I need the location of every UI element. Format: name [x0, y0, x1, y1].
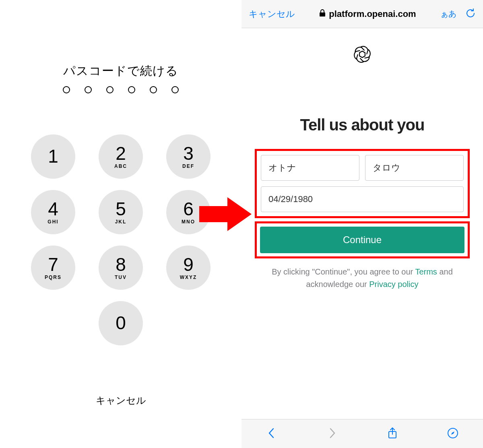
- safari-signup-screen: キャンセル platform.openai.com ぁあ: [242, 0, 483, 448]
- share-button[interactable]: [386, 427, 398, 441]
- passcode-dot: [150, 86, 157, 93]
- passcode-dot: [171, 86, 179, 93]
- keypad-digit: 3: [183, 144, 194, 163]
- privacy-link[interactable]: Privacy policy: [369, 280, 418, 289]
- lock-icon: [319, 9, 326, 19]
- keypad-key-0[interactable]: 0: [99, 301, 143, 345]
- keypad-letters: WXYZ: [180, 275, 197, 280]
- openai-logo: [242, 44, 483, 64]
- form-title: Tell us about you: [242, 116, 483, 134]
- keypad-letters: TUV: [115, 275, 127, 280]
- keypad-key-9[interactable]: 9 WXYZ: [166, 246, 211, 290]
- highlight-continue: Continue: [255, 221, 470, 258]
- keypad-digit: 1: [48, 147, 58, 165]
- svg-marker-0: [199, 197, 252, 231]
- reader-button[interactable]: ぁあ: [440, 8, 456, 19]
- safari-domain: platform.openai.com: [329, 9, 416, 19]
- keypad-digit: 9: [183, 255, 194, 274]
- svg-marker-5: [451, 431, 454, 435]
- dob-field[interactable]: 04/29/1980: [261, 186, 464, 212]
- keypad-digit: 6: [183, 200, 194, 218]
- keypad-spacer: [31, 301, 75, 345]
- keypad-digit: 5: [116, 200, 126, 218]
- numeric-keypad: 1 2 ABC 3 DEF 4 GHI 5 JKL 6 MNO: [0, 134, 242, 345]
- keypad-digit: 4: [48, 200, 58, 218]
- keypad-key-2[interactable]: 2 ABC: [99, 134, 143, 179]
- forward-button[interactable]: [326, 427, 338, 441]
- passcode-dot: [85, 86, 92, 93]
- keypad-digit: 8: [116, 255, 126, 274]
- passcode-title: パスコードで続ける: [0, 63, 242, 79]
- safari-toolbar: [242, 419, 483, 448]
- keypad-key-3[interactable]: 3 DEF: [166, 134, 211, 179]
- safari-compass-button[interactable]: [447, 427, 459, 441]
- keypad-letters: DEF: [182, 163, 194, 169]
- keypad-key-5[interactable]: 5 JKL: [99, 190, 143, 234]
- keypad-digit: 0: [116, 314, 126, 332]
- terms-link[interactable]: Terms: [415, 267, 437, 276]
- passcode-cancel-button[interactable]: キャンセル: [0, 394, 242, 407]
- safari-address-bar: キャンセル platform.openai.com ぁあ: [242, 0, 483, 28]
- keypad-key-1[interactable]: 1: [31, 134, 75, 179]
- keypad-key-7[interactable]: 7 PQRS: [31, 246, 75, 290]
- safari-url[interactable]: platform.openai.com: [319, 9, 416, 19]
- keypad-digit: 2: [116, 144, 126, 163]
- right-arrow-icon: [199, 197, 252, 233]
- first-name-field[interactable]: オトナ: [261, 155, 359, 181]
- keypad-letters: GHI: [47, 219, 58, 225]
- agree-pre: By clicking "Continue", you agree to our: [272, 267, 415, 276]
- highlight-inputs: オトナ タロウ 04/29/1980: [255, 149, 470, 218]
- passcode-dot: [63, 86, 70, 93]
- agreement-text: By clicking "Continue", you agree to our…: [259, 266, 465, 291]
- passcode-dot: [128, 86, 135, 93]
- reload-button[interactable]: [465, 8, 476, 20]
- keypad-key-4[interactable]: 4 GHI: [31, 190, 75, 234]
- back-button[interactable]: [266, 427, 278, 441]
- keypad-digit: 7: [48, 255, 58, 274]
- safari-cancel-button[interactable]: キャンセル: [249, 8, 295, 20]
- svg-marker-1: [359, 51, 365, 58]
- continue-button[interactable]: Continue: [260, 227, 464, 253]
- keypad-key-8[interactable]: 8 TUV: [99, 246, 143, 290]
- passcode-dot: [106, 86, 114, 93]
- keypad-letters: MNO: [182, 219, 195, 225]
- last-name-field[interactable]: タロウ: [365, 155, 464, 181]
- keypad-letters: ABC: [114, 163, 127, 169]
- keypad-letters: PQRS: [45, 275, 62, 280]
- passcode-dots: [0, 86, 242, 93]
- keypad-letters: JKL: [115, 219, 127, 225]
